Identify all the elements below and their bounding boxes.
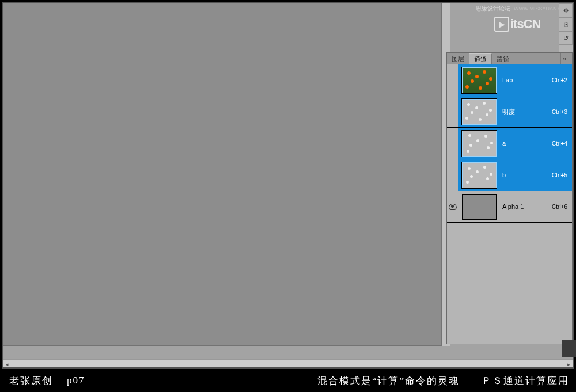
- watermark-logo-text: itsCN: [510, 17, 540, 32]
- watermark-top: 思缘设计论坛 WWW.MISSYUAN.COM: [476, 5, 570, 13]
- visibility-toggle[interactable]: [447, 191, 458, 222]
- channel-row[interactable]: Alpha 1 Ctrl+6: [447, 191, 572, 223]
- channel-row[interactable]: a Ctrl+4: [447, 128, 572, 159]
- channel-list: Lab Ctrl+2 明度 Ctrl+3: [447, 64, 572, 223]
- visibility-toggle[interactable]: [447, 64, 458, 96]
- watermark-site-cn: 思缘设计论坛: [476, 5, 510, 13]
- panel-tabs: 图层 通道 路径 »≡: [447, 53, 572, 64]
- right-toolstrip: ✥ ⎘ ↺: [559, 3, 573, 52]
- app-frame: 思缘设计论坛 WWW.MISSYUAN.COM ▶ itsCN ✥ ⎘ ↺ 图层…: [3, 3, 573, 367]
- visibility-toggle[interactable]: [447, 128, 458, 159]
- channel-name: a: [500, 140, 552, 147]
- channel-thumbnail: [462, 131, 497, 157]
- visibility-toggle[interactable]: [447, 96, 458, 127]
- caption-bar: 老张原创 p07 混合模式是“计算”命令的灵魂——ＰＳ通道计算应用: [0, 369, 576, 392]
- right-dark-strip: [562, 340, 576, 357]
- status-bar: ◂ ▸: [3, 359, 573, 367]
- channel-shortcut: Ctrl+2: [552, 77, 567, 83]
- channels-panel: 图层 通道 路径 »≡ Lab Ctrl+2: [446, 52, 573, 344]
- tool-slice-icon[interactable]: ⎘: [559, 17, 573, 31]
- channel-thumbnail: [462, 99, 497, 125]
- caption-page: p07: [67, 375, 85, 386]
- channel-name: Lab: [500, 77, 552, 83]
- tab-channels[interactable]: 通道: [469, 53, 492, 64]
- panel-empty-area: [447, 223, 572, 344]
- channel-shortcut: Ctrl+3: [552, 109, 567, 115]
- channel-shortcut: Ctrl+6: [552, 204, 567, 210]
- channel-name: Alpha 1: [500, 203, 552, 210]
- visibility-toggle[interactable]: [447, 159, 458, 191]
- channel-thumbnail: [462, 162, 497, 188]
- channel-row[interactable]: Lab Ctrl+2: [447, 64, 572, 96]
- channel-thumbnail: [462, 194, 497, 220]
- channel-shortcut: Ctrl+4: [552, 140, 567, 147]
- play-icon: ▶: [494, 17, 509, 32]
- channel-thumbnail: [462, 67, 497, 93]
- status-left-icon: ◂: [6, 361, 9, 367]
- panel-menu-icon[interactable]: »≡: [560, 53, 572, 64]
- tab-layers[interactable]: 图层: [447, 53, 469, 64]
- tool-rotate-icon[interactable]: ↺: [559, 31, 573, 45]
- tool-move-icon[interactable]: ✥: [559, 3, 573, 17]
- channel-row[interactable]: b Ctrl+5: [447, 159, 572, 191]
- tab-paths[interactable]: 路径: [492, 53, 514, 64]
- channel-row[interactable]: 明度 Ctrl+3: [447, 96, 572, 128]
- channel-name: b: [500, 172, 552, 178]
- channel-shortcut: Ctrl+5: [552, 172, 567, 178]
- canvas-area[interactable]: [3, 3, 442, 346]
- status-right-icon: ▸: [567, 361, 570, 367]
- channel-name: 明度: [500, 108, 552, 116]
- caption-text: 混合模式是“计算”命令的灵魂——ＰＳ通道计算应用: [317, 374, 569, 387]
- eye-icon: [449, 204, 457, 210]
- caption-author: 老张原创: [9, 374, 53, 387]
- watermark-logo: ▶ itsCN: [494, 16, 558, 32]
